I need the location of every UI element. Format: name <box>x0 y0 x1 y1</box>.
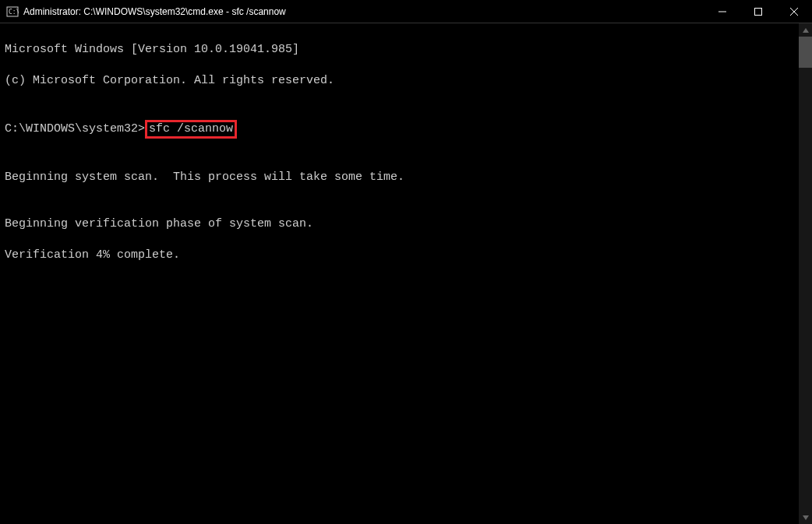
prompt-path: C:\WINDOWS\system32> <box>5 121 145 137</box>
close-button[interactable] <box>776 0 812 23</box>
svg-marker-7 <box>803 515 809 520</box>
command-prompt-line: C:\WINDOWS\system32>sfc /scannow <box>5 120 794 139</box>
svg-text:C:\: C:\ <box>9 9 19 16</box>
scrollbar-up-button[interactable] <box>799 23 812 37</box>
svg-marker-6 <box>803 28 809 33</box>
verify-progress-line: Verification 4% complete. <box>5 248 794 263</box>
scrollbar-thumb[interactable] <box>799 37 812 68</box>
maximize-button[interactable] <box>740 0 776 23</box>
window-title: Administrator: C:\WINDOWS\system32\cmd.e… <box>23 6 704 17</box>
version-line: Microsoft Windows [Version 10.0.19041.98… <box>5 42 794 58</box>
vertical-scrollbar[interactable] <box>799 23 812 524</box>
window-controls <box>704 0 812 23</box>
scrollbar-down-button[interactable] <box>799 511 812 524</box>
titlebar: C:\ Administrator: C:\WINDOWS\system32\c… <box>0 0 812 23</box>
terminal-output[interactable]: Microsoft Windows [Version 10.0.19041.98… <box>0 23 799 524</box>
scan-begin-line: Beginning system scan. This process will… <box>5 170 794 185</box>
minimize-button[interactable] <box>704 0 740 23</box>
copyright-line: (c) Microsoft Corporation. All rights re… <box>5 73 794 89</box>
command-highlight: sfc /scannow <box>145 120 237 139</box>
verify-begin-line: Beginning verification phase of system s… <box>5 216 794 232</box>
cmd-icon: C:\ <box>6 5 19 18</box>
svg-rect-3 <box>755 8 762 15</box>
